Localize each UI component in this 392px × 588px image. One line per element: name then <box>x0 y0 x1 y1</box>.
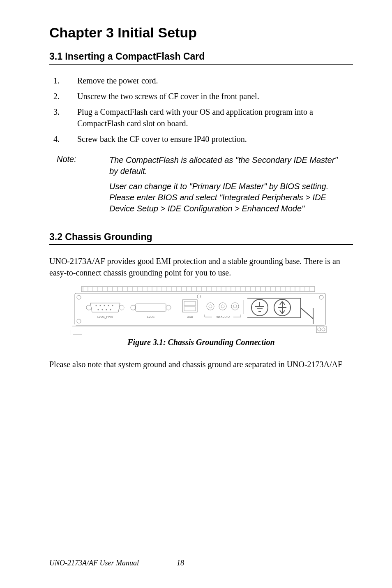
svg-point-49 <box>77 295 81 299</box>
svg-point-72 <box>219 303 226 310</box>
svg-rect-68 <box>184 301 196 306</box>
chapter-title: Chapter 3 Initial Setup <box>49 25 353 41</box>
figure-3-1: LVDS_PWR LVDS USB HD AUDIO <box>49 285 353 347</box>
usb-port <box>182 300 197 312</box>
svg-point-59 <box>112 305 113 306</box>
svg-point-81 <box>251 299 268 316</box>
svg-point-75 <box>233 305 237 308</box>
hd-audio-ports <box>207 303 239 310</box>
svg-point-53 <box>86 305 91 310</box>
section-3-2-heading: 3.2 Chassis Grounding <box>49 231 353 245</box>
footer-manual-title: UNO-2173A/AF User Manual <box>49 559 177 567</box>
svg-point-58 <box>108 305 109 306</box>
svg-point-56 <box>100 305 101 306</box>
svg-point-61 <box>102 309 103 310</box>
step-text: Screw back the CF cover to ensure IP40 p… <box>77 133 353 145</box>
ground-icon <box>251 299 268 316</box>
svg-point-73 <box>221 305 224 308</box>
list-item: 4. Screw back the CF cover to ensure IP4… <box>53 133 353 145</box>
note-body: The CompactFlash is allocated as "the Se… <box>109 155 343 218</box>
step-text: Plug a CompactFlash card with your OS an… <box>77 106 353 129</box>
svg-point-70 <box>207 303 214 310</box>
list-item: 1. Remove the power cord. <box>53 75 353 86</box>
step-text: Unscrew the two screws of CF cover in th… <box>77 90 353 102</box>
note-paragraph: The CompactFlash is allocated as "the Se… <box>109 155 343 177</box>
lvds-port <box>131 304 171 311</box>
svg-point-63 <box>110 309 111 310</box>
svg-point-60 <box>98 309 99 310</box>
footer-page-number: 18 <box>177 559 205 567</box>
svg-point-54 <box>119 305 124 310</box>
steps-list: 1. Remove the power cord. 2. Unscrew the… <box>53 75 353 145</box>
svg-point-57 <box>104 305 105 306</box>
note-paragraph: User can change it to "Primary IDE Maste… <box>109 181 343 214</box>
svg-point-66 <box>166 305 171 310</box>
footer: UNO-2173A/AF User Manual 18 <box>49 559 353 567</box>
svg-point-50 <box>319 295 323 299</box>
svg-point-52 <box>197 295 201 298</box>
lvds-pwr-port <box>86 303 124 312</box>
chassis-diagram: LVDS_PWR LVDS USB HD AUDIO <box>71 285 332 338</box>
svg-rect-69 <box>184 307 196 311</box>
svg-point-90 <box>318 328 321 331</box>
step-number: 1. <box>53 75 77 86</box>
svg-point-55 <box>96 305 97 306</box>
usb-label: USB <box>187 315 193 318</box>
svg-line-87 <box>301 308 313 319</box>
list-item: 2. Unscrew the two screws of CF cover in… <box>53 90 353 102</box>
arrow-icon <box>274 299 291 316</box>
section-3-1-heading: 3.1 Inserting a CompactFlash Card <box>49 51 353 65</box>
svg-point-74 <box>231 303 239 310</box>
svg-rect-89 <box>316 326 326 333</box>
svg-rect-64 <box>136 304 166 311</box>
svg-point-71 <box>209 305 212 308</box>
svg-point-62 <box>106 309 107 310</box>
step-text: Remove the power cord. <box>77 75 353 86</box>
note-label: Note: <box>57 155 109 218</box>
svg-point-51 <box>77 319 81 323</box>
step-number: 3. <box>53 106 77 129</box>
figure-caption: Figure 3.1: Chassis Grounding Connection <box>49 338 353 347</box>
lvds-label: LVDS <box>147 315 154 318</box>
svg-point-91 <box>322 328 325 331</box>
hd-audio-label: HD AUDIO <box>216 315 230 318</box>
svg-point-65 <box>131 305 136 310</box>
step-number: 2. <box>53 90 77 102</box>
note-block: Note: The CompactFlash is allocated as "… <box>57 155 343 218</box>
step-number: 4. <box>53 133 77 145</box>
body-paragraph: UNO-2173A/AF provides good EMI protectio… <box>49 255 353 278</box>
body-paragraph: Please also note that system ground and … <box>49 359 353 370</box>
svg-rect-0 <box>81 287 315 292</box>
list-item: 3. Plug a CompactFlash card with your OS… <box>53 106 353 129</box>
lvds-pwr-label: LVDS_PWR <box>97 315 113 319</box>
